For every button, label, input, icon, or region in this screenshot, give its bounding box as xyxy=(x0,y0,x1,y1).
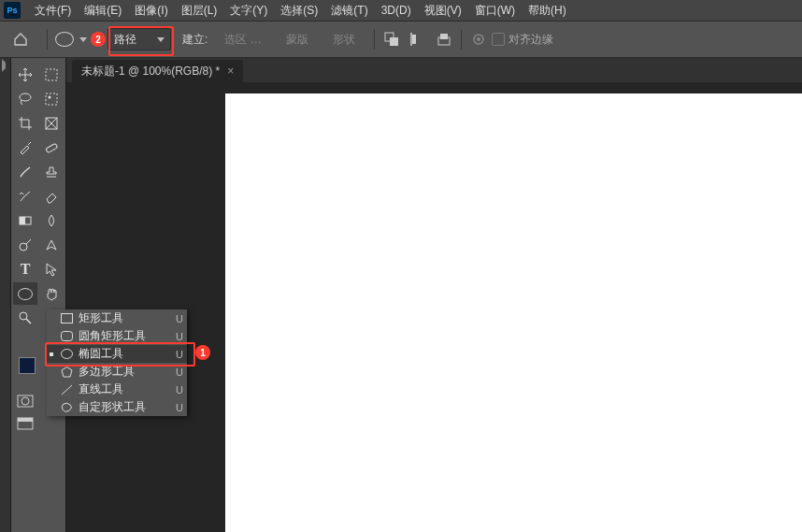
make-shape-button[interactable]: 形状 xyxy=(323,29,365,50)
panel-collapse-strip[interactable] xyxy=(0,58,11,532)
flyout-custom-shape[interactable]: 自定形状工具 U xyxy=(47,398,187,416)
menu-type[interactable]: 文字(Y) xyxy=(223,3,274,19)
move-tool[interactable] xyxy=(13,64,37,86)
marquee-tool[interactable] xyxy=(39,64,64,86)
flyout-rectangle[interactable]: 矩形工具 U xyxy=(47,309,187,327)
home-icon xyxy=(13,32,28,47)
menu-help[interactable]: 帮助(H) xyxy=(522,3,573,19)
align-icon xyxy=(410,32,425,47)
annotation-box-1 xyxy=(45,342,195,367)
flyout-shortcut: U xyxy=(172,384,187,395)
separator xyxy=(47,29,48,50)
rounded-rect-icon xyxy=(60,330,73,343)
canvas[interactable] xyxy=(225,93,802,532)
ellipse-icon xyxy=(55,32,74,47)
crop-tool[interactable] xyxy=(13,112,37,135)
arrange-icon xyxy=(437,32,451,47)
svg-rect-8 xyxy=(46,69,57,80)
options-bar: 2 路径 建立: 选区 … 蒙版 形状 对齐边缘 xyxy=(0,21,802,58)
chevron-down-icon xyxy=(79,37,87,42)
annotation-box-2 xyxy=(108,26,174,56)
zoom-tool[interactable] xyxy=(13,307,37,329)
svg-rect-1 xyxy=(390,37,398,46)
polygon-icon xyxy=(60,366,73,379)
eraser-icon xyxy=(44,189,59,204)
eyedropper-tool[interactable] xyxy=(13,137,37,159)
hand-tool[interactable] xyxy=(39,282,64,305)
screen-icon xyxy=(17,417,34,430)
frame-tool[interactable] xyxy=(39,112,64,135)
menu-select[interactable]: 选择(S) xyxy=(274,3,324,19)
document-area: 未标题-1 @ 100%(RGB/8) * × xyxy=(66,58,802,532)
menu-window[interactable]: 窗口(W) xyxy=(468,3,522,19)
menu-edit[interactable]: 编辑(E) xyxy=(78,3,128,19)
menu-3d[interactable]: 3D(D) xyxy=(375,4,418,17)
menu-image[interactable]: 图像(I) xyxy=(128,3,174,19)
flyout-shortcut: U xyxy=(172,331,187,342)
path-select-tool[interactable] xyxy=(39,258,64,280)
arrow-icon xyxy=(45,262,58,277)
path-arrange-button[interactable] xyxy=(436,31,452,48)
tool-preset[interactable] xyxy=(51,32,78,47)
quickmask-icon xyxy=(17,395,34,408)
fg-color[interactable] xyxy=(19,357,36,374)
close-icon[interactable]: × xyxy=(227,65,234,78)
pen-icon xyxy=(44,237,59,252)
quick-select-tool[interactable] xyxy=(39,88,64,110)
canvas-viewport[interactable] xyxy=(66,82,802,532)
color-swatches[interactable] xyxy=(19,357,39,378)
gradient-tool[interactable] xyxy=(13,209,37,232)
crop-icon xyxy=(18,116,33,131)
toolbar: T ⋯ 矩形工具 U 圆角矩形工具 U 椭圆工具 U xyxy=(11,58,66,532)
dodge-tool[interactable] xyxy=(13,234,37,256)
quickmask-button[interactable] xyxy=(17,395,34,408)
gear-button[interactable] xyxy=(470,31,487,48)
brush-tool[interactable] xyxy=(13,161,37,183)
frame-icon xyxy=(44,116,59,131)
svg-point-23 xyxy=(21,397,29,405)
shape-tool[interactable] xyxy=(13,282,37,305)
workspace: T ⋯ 矩形工具 U 圆角矩形工具 U 椭圆工具 U xyxy=(0,58,802,532)
type-tool[interactable]: T xyxy=(13,258,37,280)
lasso-icon xyxy=(18,92,33,107)
blur-tool[interactable] xyxy=(39,209,64,232)
svg-rect-17 xyxy=(20,217,25,224)
svg-rect-27 xyxy=(61,332,72,341)
eraser-tool[interactable] xyxy=(39,185,64,208)
make-mask-button[interactable]: 蒙版 xyxy=(277,29,318,50)
annotation-badge-1: 1 xyxy=(195,345,210,360)
svg-line-19 xyxy=(26,239,31,244)
tool-preset-chev[interactable] xyxy=(78,37,89,42)
svg-rect-5 xyxy=(440,34,448,39)
menu-view[interactable]: 视图(V) xyxy=(418,3,468,19)
flyout-shortcut: U xyxy=(172,402,187,413)
home-button[interactable] xyxy=(9,28,32,50)
align-edges-label: 对齐边缘 xyxy=(508,32,553,48)
history-brush-tool[interactable] xyxy=(13,185,37,208)
menu-layer[interactable]: 图层(L) xyxy=(175,3,224,19)
align-edges-checkbox[interactable] xyxy=(492,33,505,46)
pen-tool[interactable] xyxy=(39,234,64,256)
svg-point-18 xyxy=(20,243,27,251)
document-tab[interactable]: 未标题-1 @ 100%(RGB/8) * × xyxy=(72,60,243,82)
flyout-line[interactable]: 直线工具 U xyxy=(47,381,187,398)
svg-point-7 xyxy=(477,37,480,41)
flyout-label: 自定形状工具 xyxy=(79,399,172,415)
heal-tool[interactable] xyxy=(39,137,64,159)
svg-rect-10 xyxy=(46,93,57,105)
drop-icon xyxy=(44,213,59,228)
move-icon xyxy=(18,67,33,82)
path-ops-button[interactable] xyxy=(383,31,400,48)
flyout-label: 直线工具 xyxy=(79,381,172,397)
menu-file[interactable]: 文件(F) xyxy=(28,3,78,19)
screenmode-button[interactable] xyxy=(17,417,34,430)
stamp-tool[interactable] xyxy=(39,161,64,183)
menu-filter[interactable]: 滤镜(T) xyxy=(324,3,374,19)
ellipse-icon xyxy=(18,288,33,300)
make-selection-button[interactable]: 选区 … xyxy=(215,29,270,50)
path-align-button[interactable] xyxy=(409,31,426,48)
lasso-tool[interactable] xyxy=(13,88,37,110)
hand-icon xyxy=(44,286,59,301)
svg-rect-2 xyxy=(412,35,416,44)
eyedropper-icon xyxy=(18,140,33,155)
